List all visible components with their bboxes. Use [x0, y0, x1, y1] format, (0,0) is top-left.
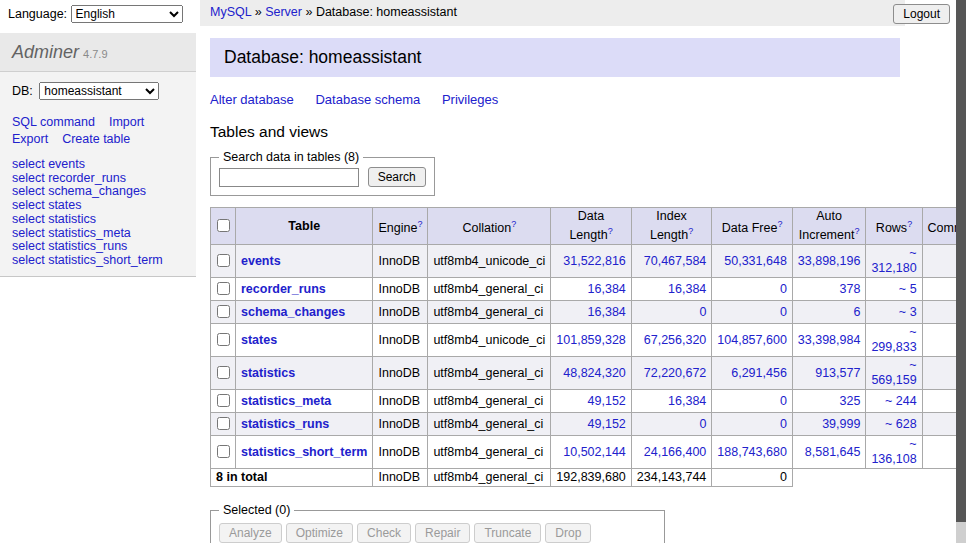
language-select[interactable]: English — [71, 5, 183, 23]
table-name-link[interactable]: statistics_short_term — [241, 445, 367, 459]
help-link[interactable]: ? — [417, 219, 422, 229]
row-checkbox[interactable] — [217, 394, 230, 407]
index-length-link[interactable]: 24,166,400 — [644, 445, 707, 459]
data-free-link[interactable]: 6,291,456 — [731, 366, 787, 380]
row-checkbox[interactable] — [217, 366, 230, 379]
help-link[interactable]: ? — [854, 226, 859, 236]
privileges-link[interactable]: Privileges — [442, 92, 498, 107]
index-length-link[interactable]: 67,256,320 — [644, 333, 707, 347]
index-length-link[interactable]: 72,220,672 — [644, 366, 707, 380]
table-name-link[interactable]: events — [48, 157, 85, 171]
select-link[interactable]: select — [12, 171, 45, 185]
data-free-link[interactable]: 50,331,648 — [724, 254, 787, 268]
table-name-link[interactable]: statistics_short_term — [48, 253, 163, 267]
data-length-link[interactable]: 49,152 — [588, 417, 626, 431]
row-checkbox[interactable] — [217, 282, 230, 295]
table-name-link[interactable]: recorder_runs — [48, 171, 126, 185]
table-name-link[interactable]: recorder_runs — [241, 282, 326, 296]
sidebar-item-import[interactable]: Import — [109, 115, 144, 129]
auto-increment-link[interactable]: 8,581,645 — [805, 445, 861, 459]
database-schema-link[interactable]: Database schema — [315, 92, 420, 107]
table-name-link[interactable]: statistics_meta — [241, 394, 331, 408]
sidebar-item-export[interactable]: Export — [12, 132, 48, 146]
search-input[interactable] — [219, 168, 359, 187]
db-select[interactable]: homeassistant — [39, 82, 159, 100]
scrollbar-thumb[interactable] — [956, 0, 966, 522]
data-free-link[interactable]: 0 — [780, 417, 787, 431]
rows-link[interactable]: ~ 569,159 — [871, 358, 916, 387]
table-name-link[interactable]: states — [241, 333, 277, 347]
select-link[interactable]: select — [12, 157, 45, 171]
rows-link[interactable]: ~ 3 — [899, 305, 917, 319]
alter-database-link[interactable]: Alter database — [210, 92, 294, 107]
data-free-link[interactable]: 0 — [780, 394, 787, 408]
data-length-link[interactable]: 48,824,320 — [563, 366, 626, 380]
help-link[interactable]: ? — [511, 219, 516, 229]
select-link[interactable]: select — [12, 212, 45, 226]
logout-button[interactable]: Logout — [893, 4, 950, 24]
data-length-link[interactable]: 31,522,816 — [563, 254, 626, 268]
table-name-link[interactable]: statistics — [48, 212, 96, 226]
search-button[interactable]: Search — [368, 167, 426, 187]
check-button[interactable]: Check — [357, 523, 411, 543]
table-name-link[interactable]: statistics_runs — [241, 417, 329, 431]
auto-increment-link[interactable]: 33,898,196 — [798, 254, 861, 268]
rows-link[interactable]: ~ 5 — [899, 282, 917, 296]
table-name-link[interactable]: events — [241, 254, 281, 268]
index-length-link[interactable]: 0 — [699, 417, 706, 431]
vertical-scrollbar[interactable] — [956, 0, 966, 543]
index-length-link[interactable]: 16,384 — [668, 394, 706, 408]
select-link[interactable]: select — [12, 253, 45, 267]
table-name-link[interactable]: statistics_meta — [48, 226, 131, 240]
data-length-link[interactable]: 49,152 — [588, 394, 626, 408]
breadcrumb-mysql-link[interactable]: MySQL — [210, 5, 251, 19]
data-length-link[interactable]: 16,384 — [588, 282, 626, 296]
auto-increment-link[interactable]: 913,577 — [815, 366, 860, 380]
data-length-link[interactable]: 16,384 — [588, 305, 626, 319]
select-link[interactable]: select — [12, 198, 45, 212]
truncate-button[interactable]: Truncate — [474, 523, 541, 543]
analyze-button[interactable]: Analyze — [219, 523, 282, 543]
help-link[interactable]: ? — [907, 219, 912, 229]
auto-increment-link[interactable]: 378 — [840, 282, 861, 296]
index-length-link[interactable]: 0 — [699, 305, 706, 319]
auto-increment-link[interactable]: 39,999 — [822, 417, 860, 431]
data-free-link[interactable]: 0 — [780, 305, 787, 319]
rows-link[interactable]: ~ 136,108 — [871, 437, 916, 466]
row-checkbox[interactable] — [217, 445, 230, 458]
table-name-link[interactable]: statistics_runs — [48, 239, 127, 253]
data-free-link[interactable]: 104,857,600 — [717, 333, 787, 347]
breadcrumb-server-link[interactable]: Server — [265, 5, 302, 19]
help-link[interactable]: ? — [688, 226, 693, 236]
index-length-link[interactable]: 16,384 — [668, 282, 706, 296]
table-name-link[interactable]: schema_changes — [241, 305, 345, 319]
auto-increment-link[interactable]: 33,398,984 — [798, 333, 861, 347]
sidebar-item-sql-command[interactable]: SQL command — [12, 115, 95, 129]
repair-button[interactable]: Repair — [415, 523, 470, 543]
select-link[interactable]: select — [12, 184, 45, 198]
rows-link[interactable]: ~ 312,180 — [871, 246, 916, 275]
help-link[interactable]: ? — [777, 219, 782, 229]
row-checkbox[interactable] — [217, 305, 230, 318]
help-link[interactable]: ? — [608, 226, 613, 236]
select-link[interactable]: select — [12, 239, 45, 253]
data-length-link[interactable]: 10,502,144 — [563, 445, 626, 459]
data-free-link[interactable]: 188,743,680 — [717, 445, 787, 459]
data-length-link[interactable]: 101,859,328 — [556, 333, 626, 347]
rows-link[interactable]: ~ 244 — [885, 394, 917, 408]
table-name-link[interactable]: schema_changes — [48, 184, 146, 198]
data-free-link[interactable]: 0 — [780, 282, 787, 296]
index-length-link[interactable]: 70,467,584 — [644, 254, 707, 268]
rows-link[interactable]: ~ 628 — [885, 417, 917, 431]
rows-link[interactable]: ~ 299,833 — [871, 325, 916, 354]
select-all-checkbox[interactable] — [217, 219, 230, 232]
sidebar-item-create-table[interactable]: Create table — [62, 132, 130, 146]
optimize-button[interactable]: Optimize — [286, 523, 353, 543]
table-name-link[interactable]: statistics — [241, 366, 295, 380]
auto-increment-link[interactable]: 6 — [853, 305, 860, 319]
select-link[interactable]: select — [12, 226, 45, 240]
row-checkbox[interactable] — [217, 333, 230, 346]
row-checkbox[interactable] — [217, 254, 230, 267]
drop-button[interactable]: Drop — [545, 523, 591, 543]
row-checkbox[interactable] — [217, 417, 230, 430]
